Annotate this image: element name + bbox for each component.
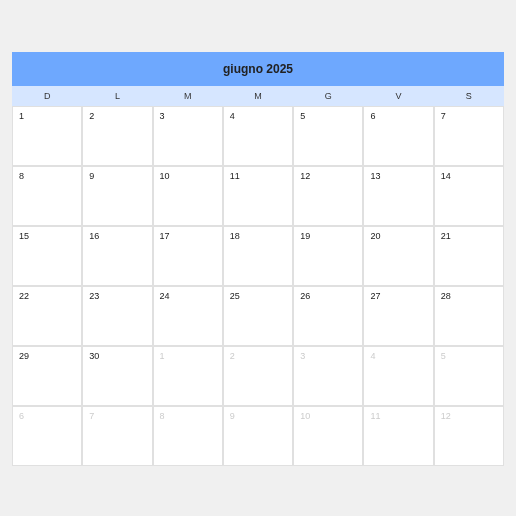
calendar-day-cell[interactable]: 27 xyxy=(363,286,433,346)
calendar-day-cell[interactable]: 10 xyxy=(153,166,223,226)
calendar-day-cell[interactable]: 1 xyxy=(153,346,223,406)
calendar-day-cell[interactable]: 12 xyxy=(293,166,363,226)
weekday-header: M xyxy=(223,86,293,106)
calendar-day-cell[interactable]: 20 xyxy=(363,226,433,286)
weekday-header: L xyxy=(82,86,152,106)
calendar-day-cell[interactable]: 17 xyxy=(153,226,223,286)
calendar-day-cell[interactable]: 2 xyxy=(223,346,293,406)
calendar-day-cell[interactable]: 9 xyxy=(82,166,152,226)
calendar-day-cell[interactable]: 25 xyxy=(223,286,293,346)
calendar-day-cell[interactable]: 12 xyxy=(434,406,504,466)
calendar-day-cell[interactable]: 8 xyxy=(153,406,223,466)
calendar-day-cell[interactable]: 10 xyxy=(293,406,363,466)
calendar-day-cell[interactable]: 3 xyxy=(153,106,223,166)
calendar-day-cell[interactable]: 30 xyxy=(82,346,152,406)
calendar-day-cell[interactable]: 4 xyxy=(223,106,293,166)
calendar-day-cell[interactable]: 11 xyxy=(223,166,293,226)
calendar-day-cell[interactable]: 15 xyxy=(12,226,82,286)
calendar-day-cell[interactable]: 3 xyxy=(293,346,363,406)
calendar-day-cell[interactable]: 5 xyxy=(434,346,504,406)
calendar-weekdays: DLMMGVS xyxy=(12,86,504,106)
weekday-header: V xyxy=(363,86,433,106)
calendar-day-cell[interactable]: 7 xyxy=(82,406,152,466)
calendar-day-cell[interactable]: 8 xyxy=(12,166,82,226)
calendar-grid: 1234567891011121314151617181920212223242… xyxy=(12,106,504,466)
calendar-day-cell[interactable]: 1 xyxy=(12,106,82,166)
calendar-day-cell[interactable]: 22 xyxy=(12,286,82,346)
calendar-title: giugno 2025 xyxy=(12,52,504,86)
calendar-day-cell[interactable]: 23 xyxy=(82,286,152,346)
calendar-day-cell[interactable]: 2 xyxy=(82,106,152,166)
calendar-day-cell[interactable]: 16 xyxy=(82,226,152,286)
calendar-day-cell[interactable]: 7 xyxy=(434,106,504,166)
calendar-day-cell[interactable]: 14 xyxy=(434,166,504,226)
calendar-day-cell[interactable]: 11 xyxy=(363,406,433,466)
weekday-header: G xyxy=(293,86,363,106)
calendar-day-cell[interactable]: 19 xyxy=(293,226,363,286)
calendar-day-cell[interactable]: 5 xyxy=(293,106,363,166)
calendar-day-cell[interactable]: 6 xyxy=(12,406,82,466)
calendar-day-cell[interactable]: 6 xyxy=(363,106,433,166)
calendar-day-cell[interactable]: 4 xyxy=(363,346,433,406)
calendar: giugno 2025 DLMMGVS 12345678910111213141… xyxy=(12,52,504,466)
calendar-day-cell[interactable]: 9 xyxy=(223,406,293,466)
calendar-day-cell[interactable]: 21 xyxy=(434,226,504,286)
weekday-header: D xyxy=(12,86,82,106)
calendar-day-cell[interactable]: 13 xyxy=(363,166,433,226)
calendar-day-cell[interactable]: 24 xyxy=(153,286,223,346)
weekday-header: M xyxy=(153,86,223,106)
calendar-day-cell[interactable]: 28 xyxy=(434,286,504,346)
calendar-day-cell[interactable]: 26 xyxy=(293,286,363,346)
weekday-header: S xyxy=(434,86,504,106)
calendar-day-cell[interactable]: 18 xyxy=(223,226,293,286)
calendar-day-cell[interactable]: 29 xyxy=(12,346,82,406)
